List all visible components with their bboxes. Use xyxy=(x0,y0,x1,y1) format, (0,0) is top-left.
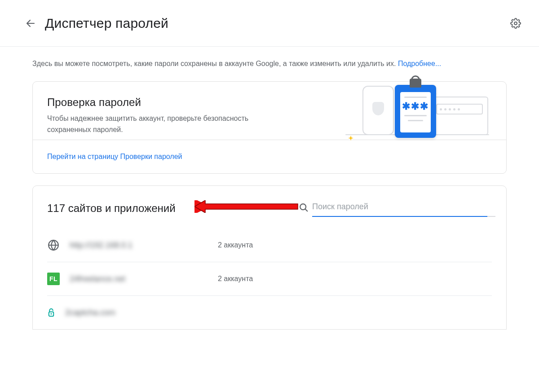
sparkle-icon xyxy=(346,135,355,144)
checkup-link[interactable]: Перейти на страницу Проверки паролей xyxy=(47,153,182,160)
illustration-clipboard: ✱✱✱ xyxy=(395,85,436,138)
globe-icon xyxy=(47,239,60,251)
svg-line-7 xyxy=(305,209,307,211)
fl-icon: FL xyxy=(47,273,60,285)
checkup-description: Чтобы надежнее защитить аккаунт, проверь… xyxy=(47,113,272,136)
checkup-content: Проверка паролей Чтобы надежнее защитить… xyxy=(33,82,506,140)
search-input[interactable] xyxy=(312,199,487,217)
site-row[interactable]: FL 24freelance.net 2 аккаунта xyxy=(47,262,492,296)
search-icon[interactable] xyxy=(299,203,309,214)
site-name: 2captcha.com xyxy=(65,308,213,317)
site-name: http://192.168.0.1 xyxy=(70,241,218,250)
illustration-asterisks: ✱✱✱ xyxy=(402,101,429,111)
site-favicon: FL xyxy=(47,273,60,285)
site-accounts: 2 аккаунта xyxy=(218,275,253,283)
site-row[interactable]: 2captcha.com xyxy=(47,296,492,329)
site-accounts: 2 аккаунта xyxy=(218,241,253,249)
sites-count: 117 сайтов и приложений xyxy=(47,202,176,215)
checkup-link-row: Перейти на страницу Проверки паролей xyxy=(33,140,506,173)
intro-text: Здесь вы можете посмотреть, какие пароли… xyxy=(32,58,508,70)
site-name: 24freelance.net xyxy=(70,274,218,284)
sites-list: http://192.168.0.1 2 аккаунта FL 24freel… xyxy=(47,229,492,329)
site-row[interactable]: http://192.168.0.1 2 аккаунта xyxy=(47,229,492,262)
lock-open-icon xyxy=(47,307,55,318)
sites-card: 117 сайтов и приложений xyxy=(32,185,507,330)
search-underline-extension xyxy=(487,216,495,217)
sites-header: 117 сайтов и приложений xyxy=(33,186,506,217)
back-button[interactable] xyxy=(20,13,41,34)
settings-button[interactable] xyxy=(505,13,526,34)
learn-more-link[interactable]: Подробнее... xyxy=(398,60,441,67)
password-checkup-card: Проверка паролей Чтобы надежнее защитить… xyxy=(32,81,507,174)
svg-point-10 xyxy=(51,313,52,315)
illustration-phone xyxy=(362,86,394,135)
svg-point-1 xyxy=(514,22,517,25)
arrow-left-icon xyxy=(25,18,36,29)
annotation-arrow xyxy=(194,200,300,213)
gear-icon xyxy=(510,18,521,29)
checkup-illustration: ✱✱✱ xyxy=(336,96,498,136)
search-wrap xyxy=(312,199,492,217)
checkup-title: Проверка паролей xyxy=(47,96,336,109)
page-title: Диспетчер паролей xyxy=(45,16,505,31)
illustration-laptop xyxy=(430,97,488,135)
intro-text-content: Здесь вы можете посмотреть, какие пароли… xyxy=(32,60,398,67)
app-header: Диспетчер паролей xyxy=(0,0,539,47)
